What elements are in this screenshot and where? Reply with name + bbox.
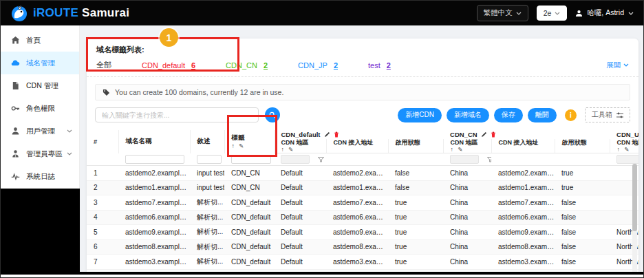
tag-name: CDN_CN [226,61,257,70]
expand-toggle[interactable]: 展開 [606,61,629,70]
group-header-cdn-cn: CDN_CN [443,130,610,139]
chevron-down-icon [67,129,72,133]
subheader-cdn-default-address: CDN 接入地址 [326,139,388,153]
cell-tag: CDN_default [224,210,274,225]
table-row[interactable]: 6 astdemo8.example.com 解析切... CDN_defaul… [87,239,638,255]
sidebar-item-admin-area[interactable]: 管理員專區 [1,142,79,165]
save-button[interactable]: 保存 [494,108,523,122]
scrollbar-thumb[interactable] [632,164,637,231]
delete-trash-icon[interactable] [491,131,496,138]
region-sort-edit-icons[interactable]: ↑ ✎ [281,147,326,153]
sidebar-item-label: 首頁 [26,36,41,45]
subheader-cdn-default-status: 啟用狀態 [388,139,443,153]
filter-cell-empty [87,153,118,166]
sidebar-item-label: 系統日誌 [26,172,55,182]
filter-cell-cdn-cn-region [443,153,491,166]
edit-pencil-icon[interactable] [481,131,487,138]
cell-tag: CDN_default [224,195,274,211]
samurai-bird-logo-icon [10,4,28,22]
cell-cdn-default-region: Default [274,210,326,225]
sidebar-item-system-logs[interactable]: 系統日誌 [1,165,79,188]
main-content-area: 域名標籤列表: 全部 CDN_default 6 CDN_CN 2 CDN_JP… [80,25,644,272]
tag-filter-cdn-default[interactable]: CDN_default 6 [142,61,195,70]
tag-filter-input[interactable] [231,155,271,164]
cell-index: 1 [87,166,118,181]
search-button[interactable] [265,107,280,122]
user-icon [575,10,583,17]
table-toolbar: 新增CDN 新增域名 保存 離開 i 工具箱 [95,107,630,123]
sidebar-item-role-permissions[interactable]: 角色權限 [1,97,79,120]
cell-index: 2 [87,180,118,195]
cell-domain: astdemo2.example.com [118,166,190,181]
cell-description: 解析切... [190,225,224,240]
cell-cdn-default-status: true [388,210,443,225]
edit-pencil-icon[interactable] [324,131,330,138]
add-domain-button[interactable]: 新增域名 [447,108,489,122]
table-row[interactable]: 7 astdemo3.example.com 解析切... CDN_defaul… [87,255,638,270]
table-row[interactable]: 4 astdemo6.example.com 解析切... CDN_defaul… [87,210,638,225]
region-filter-field[interactable] [450,155,479,164]
cell-cdn-cn-address: astdemo1.example.com [491,180,555,195]
cell-cdn-cn-region: China [443,195,491,211]
filter-cell-cdn-default-region [274,153,326,166]
tag-filter-all[interactable]: 全部 [96,60,111,70]
cell-cdn-default-region: Default [274,225,326,240]
cell-cdn-default-address: astdemo8.example.com [326,239,388,255]
sidebar-item-cdn-management[interactable]: CDN 管理 [1,74,79,97]
toolbox-button[interactable]: 工具箱 [585,107,630,122]
tag-filter-cdn-cn[interactable]: CDN_CN 2 [226,61,268,70]
cell-cdn-cn-region: China [443,239,491,255]
cell-cdn-default-status: true [388,195,443,211]
tag-count[interactable]: 6 [191,61,195,70]
cell-cdn-cn-status: true [555,166,610,181]
sidebar-item-home[interactable]: 首頁 [1,29,79,52]
tag-count[interactable]: 2 [387,61,391,70]
subheader-cdn-cn-address: CDN 接入地址 [491,139,555,153]
tag-filter-test[interactable]: test 2 [368,61,391,70]
tag-filter-cdn-jp[interactable]: CDN_JP 2 [298,61,338,70]
cell-cdn-cn-status: false [555,255,610,270]
subheader-cdn-us-region: CDN 地區 ↑ ✎ [610,139,638,153]
tag-count[interactable]: 2 [334,61,338,70]
filter-funnel-icon[interactable] [487,157,491,162]
add-cdn-button[interactable]: 新增CDN [398,108,442,122]
delete-trash-icon[interactable] [334,131,339,138]
user-icon [11,127,20,136]
region-sort-edit-icons[interactable]: ↑ ✎ [451,147,491,153]
sidebar-item-domain-management[interactable]: 域名管理 [1,52,79,74]
region-filter-field[interactable] [281,155,310,164]
search-input[interactable] [95,107,259,122]
cell-description: 解析切... [190,195,224,211]
table-row[interactable]: 3 astdemo7.example.com 解析切... CDN_defaul… [87,195,638,211]
filter-funnel-icon[interactable] [318,157,324,162]
region-sort-edit-icons[interactable]: ↑ ✎ [617,147,638,153]
info-help-icon[interactable]: i [565,109,577,121]
cell-domain: astdemo1.example.com [118,180,190,195]
admin-user-icon [11,149,20,158]
description-filter-input[interactable] [197,155,222,164]
document-icon [11,81,20,90]
cell-cdn-default-region: Default [274,239,326,255]
cell-cdn-default-address: astdemo7.example.com [326,195,388,211]
table-row[interactable]: 1 astdemo2.example.com input test CDN_CN… [87,166,638,181]
environment-dropdown[interactable]: 2e [537,6,568,21]
cell-index: 6 [87,239,118,255]
tag-sort-edit-icons[interactable]: ↑ ✎ [232,142,274,149]
cell-domain: astdemo9.example.com [118,225,190,240]
cell-cdn-default-address: astdemo9.example.com [326,225,388,240]
cell-domain: astdemo8.example.com [118,239,190,255]
domain-filter-input[interactable] [125,155,184,164]
cell-cdn-cn-address: astdemo7.example.com [491,195,555,211]
cell-cdn-cn-status: true [555,180,610,195]
sidebar-item-user-management[interactable]: 用戶管理 [1,120,79,142]
leave-button[interactable]: 離開 [528,108,557,122]
user-account-menu[interactable]: 哈囉, Astrid [575,8,634,18]
language-dropdown[interactable]: 繁體中文 [477,5,528,21]
top-navigation-bar: iROUTESamurai 繁體中文 2e 哈囉, Astrid [1,1,643,25]
tag-count[interactable]: 2 [264,61,268,70]
cell-cdn-default-address: astdemo1.example.com [326,180,388,195]
table-row[interactable]: 5 astdemo9.example.com 解析切... CDN_defaul… [87,225,638,240]
table-row[interactable]: 2 astdemo1.example.com input test CDN_CN… [87,180,638,195]
region-filter-field[interactable] [616,155,638,164]
expand-label: 展開 [606,61,621,70]
